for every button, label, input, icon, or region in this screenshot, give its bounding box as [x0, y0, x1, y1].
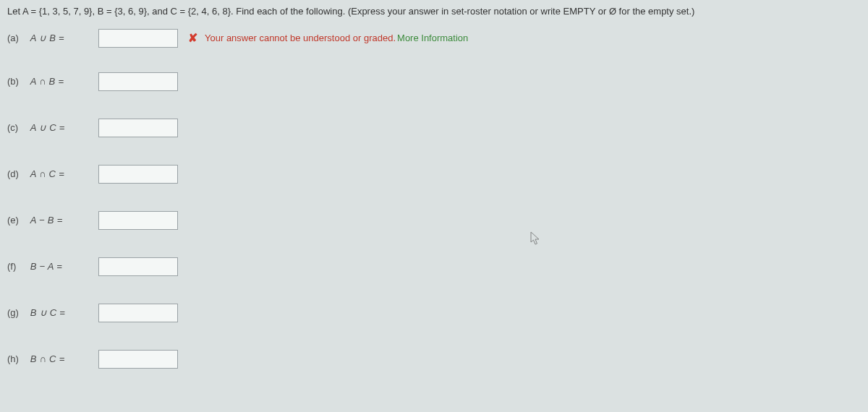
question-prompt: Let A = {1, 3, 5, 7, 9}, B = {3, 6, 9}, … — [7, 4, 861, 19]
part-row-e: (e) A − B = — [7, 211, 861, 230]
part-letter: (g) — [7, 307, 27, 318]
part-row-f: (f) B − A = — [7, 257, 861, 276]
part-label-a: (a) A ∪ B = — [7, 33, 98, 43]
incorrect-x-icon: ✘ — [188, 33, 197, 44]
answer-input-e[interactable] — [98, 211, 178, 230]
mouse-cursor-icon — [530, 231, 542, 246]
part-label-g: (g) B ∪ C = — [7, 307, 98, 318]
answer-input-d[interactable] — [98, 165, 178, 184]
part-letter: (c) — [7, 122, 27, 133]
part-row-a: (a) A ∪ B = ✘ Your answer cannot be unde… — [7, 29, 861, 48]
prompt-sets: A = {1, 3, 5, 7, 9}, B = {3, 6, 9}, and … — [22, 6, 234, 17]
error-message: Your answer cannot be understood or grad… — [205, 33, 396, 43]
part-letter: (a) — [7, 33, 27, 43]
prompt-tail: Find each of the following. (Express you… — [234, 6, 695, 17]
part-label-d: (d) A ∩ C = — [7, 168, 98, 179]
part-label-c: (c) A ∪ C = — [7, 122, 98, 133]
part-letter: (d) — [7, 168, 27, 179]
answer-input-g[interactable] — [98, 304, 178, 322]
part-expr: A ∩ C = — [30, 168, 64, 179]
part-row-h: (h) B ∩ C = — [7, 350, 861, 369]
part-expr: A − B = — [30, 215, 63, 226]
more-information-link[interactable]: More Information — [397, 33, 468, 43]
part-row-d: (d) A ∩ C = — [7, 165, 861, 184]
part-row-b: (b) A ∩ B = — [7, 72, 861, 91]
prompt-lead: Let — [7, 6, 22, 17]
part-label-f: (f) B − A = — [7, 261, 98, 272]
part-letter: (e) — [7, 215, 27, 226]
part-expr: B ∪ C = — [30, 307, 66, 318]
part-letter: (b) — [7, 76, 27, 87]
answer-input-c[interactable] — [98, 119, 178, 137]
part-expr: B ∩ C = — [30, 353, 65, 364]
part-letter: (h) — [7, 353, 27, 364]
part-label-b: (b) A ∩ B = — [7, 76, 98, 87]
part-expr: A ∪ C = — [30, 122, 65, 133]
answer-input-f[interactable] — [98, 257, 178, 276]
part-letter: (f) — [7, 261, 27, 272]
part-expr: A ∪ B = — [30, 33, 64, 43]
part-expr: B − A = — [30, 261, 63, 272]
part-expr: A ∩ B = — [30, 76, 64, 87]
answer-input-h[interactable] — [98, 350, 178, 369]
part-label-e: (e) A − B = — [7, 215, 98, 226]
part-row-g: (g) B ∪ C = — [7, 304, 861, 322]
answer-input-b[interactable] — [98, 72, 178, 91]
part-label-h: (h) B ∩ C = — [7, 353, 98, 364]
answer-input-a[interactable] — [98, 29, 178, 48]
part-row-c: (c) A ∪ C = — [7, 119, 861, 137]
question-container: Let A = {1, 3, 5, 7, 9}, B = {3, 6, 9}, … — [0, 0, 868, 376]
